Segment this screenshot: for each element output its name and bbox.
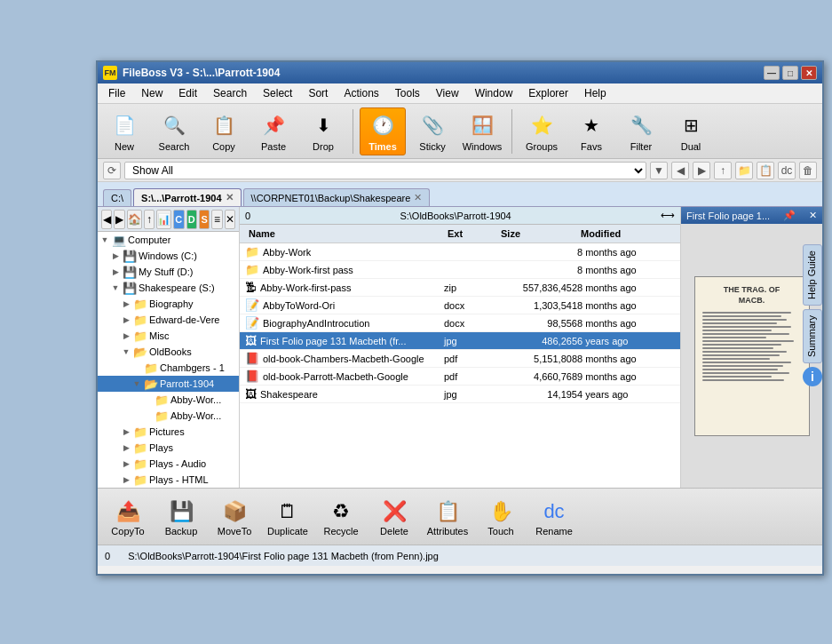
help-guide-tab[interactable]: Help Guide <box>803 244 822 306</box>
nav-refresh-button[interactable]: ⟳ <box>103 162 121 179</box>
toolbar-copy-button[interactable]: 📋 Copy <box>201 107 247 155</box>
nav-back-button[interactable]: ◀ <box>671 162 689 179</box>
bottom-backup-button[interactable]: 💾 Backup <box>156 495 206 539</box>
tree-item[interactable]: ▶📁Plays - Audio <box>98 456 239 472</box>
tree-btn-home[interactable]: 🏠 <box>127 210 142 229</box>
table-row[interactable]: 🖼Shakespearejpg14,1954 years ago <box>240 386 680 403</box>
maximize-button[interactable]: □ <box>782 66 798 80</box>
tree-btn-list[interactable]: ≡ <box>211 210 222 229</box>
tree-btn-chart[interactable]: 📊 <box>156 210 171 229</box>
table-row[interactable]: 📕old-book-Parrott-Macbeth-Googlepdf4,660… <box>240 368 680 386</box>
nav-btn-extra4[interactable]: 🗑 <box>799 162 817 179</box>
bottom-recycle-button[interactable]: ♻ Recycle <box>316 495 366 539</box>
summary-tab[interactable]: Summary <box>803 309 822 363</box>
tree-btn-fwd[interactable]: ▶ <box>114 210 124 229</box>
bottom-attributes-button[interactable]: 📋 Attributes <box>423 495 472 539</box>
table-row[interactable]: 🗜Abby-Work-first-passzip557,836,4528 mon… <box>240 279 680 297</box>
menu-explorer[interactable]: Explorer <box>521 85 575 101</box>
tree-btn-c[interactable]: C <box>173 210 184 229</box>
tree-item[interactable]: ▶💾My Stuff (D:) <box>98 264 239 280</box>
tree-item[interactable]: ▶📁Plays <box>98 440 239 456</box>
tab-shakespeare[interactable]: \\CORPNET01\Backup\Shakespeare ✕ <box>243 188 431 206</box>
col-size[interactable]: Size <box>497 227 577 240</box>
toolbar-drop-button[interactable]: ⬇ Drop <box>300 107 346 155</box>
bottom-copyto-button[interactable]: 📤 CopyTo <box>103 495 153 539</box>
tree-btn-close[interactable]: ✕ <box>225 210 235 229</box>
toolbar-filter-button[interactable]: 🔧 Filter <box>618 107 664 155</box>
tree-btn-back[interactable]: ◀ <box>101 210 112 229</box>
bottom-moveto-button[interactable]: 📦 MoveTo <box>210 495 259 539</box>
table-row[interactable]: 📝AbbyToWord-Oridocx1,303,5418 months ago <box>240 297 680 314</box>
toolbar-groups-button[interactable]: ⭐ Groups <box>519 107 565 155</box>
toolbar-times-button[interactable]: 🕐 Times <box>360 107 406 155</box>
toolbar-search-button[interactable]: 🔍 Search <box>151 107 197 155</box>
preview-pin-icon[interactable]: 📌 <box>783 210 796 221</box>
toolbar-new-button[interactable]: 📄 New <box>101 107 147 155</box>
tab-parrott-close[interactable]: ✕ <box>226 192 234 203</box>
tree-btn-d[interactable]: D <box>186 210 197 229</box>
nav-dropdown-arrow[interactable]: ▼ <box>650 162 668 179</box>
table-row[interactable]: 📁Abby-Work-first pass8 months ago <box>240 261 680 279</box>
tree-btn-s[interactable]: S <box>199 210 210 229</box>
minimize-button[interactable]: — <box>764 66 780 80</box>
menu-select[interactable]: Select <box>256 85 299 101</box>
tab-c-drive[interactable]: C:\ <box>103 189 131 206</box>
tree-item[interactable]: 📁Abby-Wor... <box>98 408 239 424</box>
nav-forward-button[interactable]: ▶ <box>693 162 710 179</box>
bottom-rename-button[interactable]: dc Rename <box>529 495 579 539</box>
toolbar-windows-button[interactable]: 🪟 Windows <box>459 107 505 155</box>
info-button[interactable]: i <box>803 367 822 386</box>
toolbar-favs-button[interactable]: ★ Favs <box>568 107 614 155</box>
table-row[interactable]: 📁Abby-Work8 months ago <box>240 243 680 261</box>
col-name[interactable]: Name <box>245 227 444 240</box>
tree-item[interactable]: ▼📂Parrott-1904 <box>98 376 239 392</box>
toolbar-sticky-button[interactable]: 📎 Sticky <box>409 107 456 155</box>
tree-item[interactable]: ▶📁Misc <box>98 328 239 344</box>
file-size-cell: 98,556 <box>497 318 577 329</box>
toolbar-paste-button[interactable]: 📌 Paste <box>250 107 297 155</box>
tree-item[interactable]: ▶📁Pictures <box>98 424 239 440</box>
menu-actions[interactable]: Actions <box>337 85 385 101</box>
tree-item[interactable]: ▶📁Plays - HTML <box>98 472 239 488</box>
menu-file[interactable]: File <box>101 85 132 101</box>
copyto-icon: 📤 <box>114 497 142 526</box>
menu-tools[interactable]: Tools <box>388 85 427 101</box>
toolbar-dual-button[interactable]: ⊞ Dual <box>668 107 714 155</box>
tree-btn-up[interactable]: ↑ <box>144 210 155 229</box>
nav-up-button[interactable]: ↑ <box>714 162 732 179</box>
close-button[interactable]: ✕ <box>801 66 817 80</box>
bottom-touch-button[interactable]: ✋ Touch <box>476 495 526 539</box>
col-modified[interactable]: Modified <box>577 227 675 240</box>
bottom-duplicate-button[interactable]: 🗒 Duplicate <box>263 495 313 539</box>
menu-view[interactable]: View <box>429 85 466 101</box>
table-row[interactable]: 📝BiographyAndIntrocutiondocx98,5568 mont… <box>240 314 680 332</box>
tree-item[interactable]: ▼📂OldBooks <box>98 344 239 360</box>
menu-search[interactable]: Search <box>206 85 254 101</box>
nav-location-dropdown[interactable]: Show All <box>124 162 646 179</box>
menu-help[interactable]: Help <box>577 85 614 101</box>
tree-item[interactable]: ▶💾Windows (C:) <box>98 248 239 264</box>
nav-btn-extra2[interactable]: 📋 <box>757 162 774 179</box>
tree-item[interactable]: ▶📁Edward-de-Vere <box>98 312 239 328</box>
nav-btn-extra1[interactable]: 📁 <box>735 162 753 179</box>
preview-close-icon[interactable]: ✕ <box>809 210 817 221</box>
tab-shakespeare-close[interactable]: ✕ <box>414 192 422 203</box>
tree-item[interactable]: 📁Abby-Wor... <box>98 392 239 408</box>
moveto-icon: 📦 <box>220 497 249 526</box>
menu-window[interactable]: Window <box>468 85 520 101</box>
menu-bar: File New Edit Search Select Sort Actions… <box>98 83 822 104</box>
recycle-label: Recycle <box>323 526 358 537</box>
tab-parrott[interactable]: S:\...\Parrott-1904 ✕ <box>133 188 241 206</box>
tree-item[interactable]: 📁Chambgers - 1 <box>98 360 239 376</box>
menu-edit[interactable]: Edit <box>171 85 204 101</box>
table-row[interactable]: 🖼First Folio page 131 Macbeth (fr...jpg4… <box>240 332 680 350</box>
menu-new[interactable]: New <box>134 85 170 101</box>
menu-sort[interactable]: Sort <box>301 85 335 101</box>
table-row[interactable]: 📕old-book-Chambers-Macbeth-Googlepdf5,15… <box>240 350 680 368</box>
tree-item[interactable]: ▼💾Shakespeare (S:) <box>98 280 239 296</box>
tree-item[interactable]: ▶📁Biography <box>98 296 239 312</box>
bottom-delete-button[interactable]: ❌ Delete <box>369 495 419 539</box>
col-ext[interactable]: Ext <box>444 227 497 240</box>
nav-btn-extra3[interactable]: dc <box>778 162 796 179</box>
tree-item[interactable]: ▼💻Computer <box>98 232 239 248</box>
